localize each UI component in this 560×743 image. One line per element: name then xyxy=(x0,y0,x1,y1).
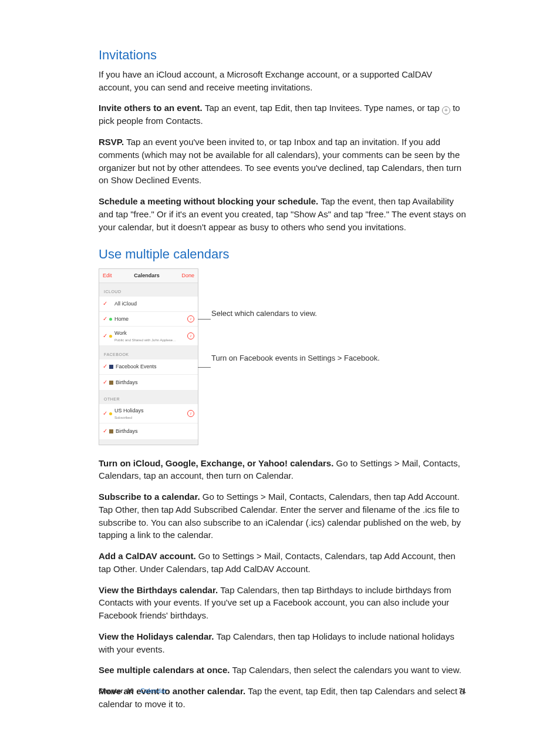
footer-chapter-label: Chapter xyxy=(99,687,123,694)
callout-facebook-events: Turn on Facebook events in Settings > Fa… xyxy=(211,353,380,364)
checkmark-icon: ✓ xyxy=(103,362,107,371)
heading-invitations: Invitations xyxy=(99,46,466,65)
rsvp-bold: RSVP. xyxy=(99,137,126,147)
label-us-holidays-sub: Subscribed xyxy=(114,415,187,421)
footer-page-number: 71 xyxy=(459,687,466,696)
subscribe-bold: Subscribe to a calendar. xyxy=(99,492,203,502)
footer-chapter-num: 10 xyxy=(127,687,134,694)
caldav-bold: Add a CalDAV account. xyxy=(99,551,198,561)
section-other: OTHER xyxy=(99,391,198,404)
seemulti-paragraph: See multiple calendars at once. Tap Cale… xyxy=(99,664,466,677)
checkmark-icon: ✓ xyxy=(103,378,107,387)
info-icon: i xyxy=(187,410,194,417)
label-home: Home xyxy=(114,315,187,323)
gift-square-icon xyxy=(109,429,113,433)
done-button: Done xyxy=(181,272,194,280)
info-icon: i xyxy=(187,315,194,322)
section-facebook: FACEBOOK xyxy=(99,346,198,359)
plus-circle-icon: + xyxy=(442,106,450,115)
turnon-paragraph: Turn on iCloud, Google, Exchange, or Yah… xyxy=(99,457,466,483)
checkmark-icon: ✓ xyxy=(103,332,107,341)
invite-text-a: Tap an event, tap Edit, then tap Invitee… xyxy=(205,103,442,113)
color-dot-icon xyxy=(109,335,112,338)
row-home: ✓ Home i xyxy=(99,312,198,327)
facebook-square-icon xyxy=(109,365,113,369)
callout-select-calendars: Select which calendars to view. xyxy=(211,308,380,319)
row-other-birthdays: ✓ Birthdays xyxy=(99,423,198,440)
checkmark-icon: ✓ xyxy=(103,300,107,308)
edit-button: Edit xyxy=(103,272,112,280)
schedule-paragraph: Schedule a meeting without blocking your… xyxy=(99,195,466,233)
checkmark-icon: ✓ xyxy=(103,315,107,324)
color-dot-icon xyxy=(109,412,112,415)
calendar-mock-header: Edit Calendars Done xyxy=(99,269,198,283)
birthdays-bold: View the Birthdays calendar. xyxy=(99,585,220,595)
label-work-sub: Public and Shared with John Applese… xyxy=(114,338,187,343)
row-fb-events: ✓ Facebook Events xyxy=(99,359,198,375)
figure-callouts: Select which calendars to view. Turn on … xyxy=(211,268,380,363)
checkmark-icon: ✓ xyxy=(103,409,107,418)
row-all-icloud: ✓ All iCloud xyxy=(99,297,198,312)
seemulti-bold: See multiple calendars at once. xyxy=(99,665,232,675)
caldav-paragraph: Add a CalDAV account. Go to Settings > M… xyxy=(99,550,466,576)
label-work: Work Public and Shared with John Applese… xyxy=(114,330,187,342)
label-other-birthdays: Birthdays xyxy=(116,428,194,435)
row-fb-birthdays: ✓ Birthdays xyxy=(99,375,198,391)
rsvp-text: Tap an event you've been invited to, or … xyxy=(99,137,461,185)
rsvp-paragraph: RSVP. Tap an event you've been invited t… xyxy=(99,136,466,187)
section-icloud: ICLOUD xyxy=(99,283,198,297)
invite-paragraph: Invite others to an event. Tap an event,… xyxy=(99,102,466,127)
holidays-paragraph: View the Holidays calendar. Tap Calendar… xyxy=(99,630,466,656)
label-fb-birthdays: Birthdays xyxy=(116,379,194,386)
gift-square-icon xyxy=(109,381,113,385)
footer-chapter-name: Calendar xyxy=(140,687,167,694)
turnon-bold: Turn on iCloud, Google, Exchange, or Yah… xyxy=(99,458,336,468)
holidays-bold: View the Holidays calendar. xyxy=(99,631,217,641)
checkmark-icon: ✓ xyxy=(103,427,107,436)
page-footer: Chapter 10 Calendar 71 xyxy=(99,687,466,696)
seemulti-text: Tap Calendars, then select the calendars… xyxy=(232,665,461,675)
row-work: ✓ Work Public and Shared with John Apple… xyxy=(99,327,198,346)
color-dot-icon xyxy=(109,318,112,321)
label-fb-events: Facebook Events xyxy=(116,363,194,371)
calendar-mock-screen: Edit Calendars Done ICLOUD ✓ All iCloud … xyxy=(99,268,198,445)
calendar-figure: Edit Calendars Done ICLOUD ✓ All iCloud … xyxy=(99,268,466,445)
schedule-bold: Schedule a meeting without blocking your… xyxy=(99,196,321,206)
invite-bold: Invite others to an event. xyxy=(99,103,205,113)
info-icon: i xyxy=(187,332,194,339)
birthdays-paragraph: View the Birthdays calendar. Tap Calenda… xyxy=(99,584,466,622)
label-all-icloud: All iCloud xyxy=(114,300,194,308)
row-us-holidays: ✓ US Holidays Subscribed i xyxy=(99,404,198,423)
heading-multiple-calendars: Use multiple calendars xyxy=(99,245,466,264)
subscribe-paragraph: Subscribe to a calendar. Go to Settings … xyxy=(99,490,466,542)
invitations-intro: If you have an iCloud account, a Microso… xyxy=(99,68,466,94)
calendar-title: Calendars xyxy=(134,272,160,280)
label-us-holidays: US Holidays Subscribed xyxy=(114,407,187,420)
